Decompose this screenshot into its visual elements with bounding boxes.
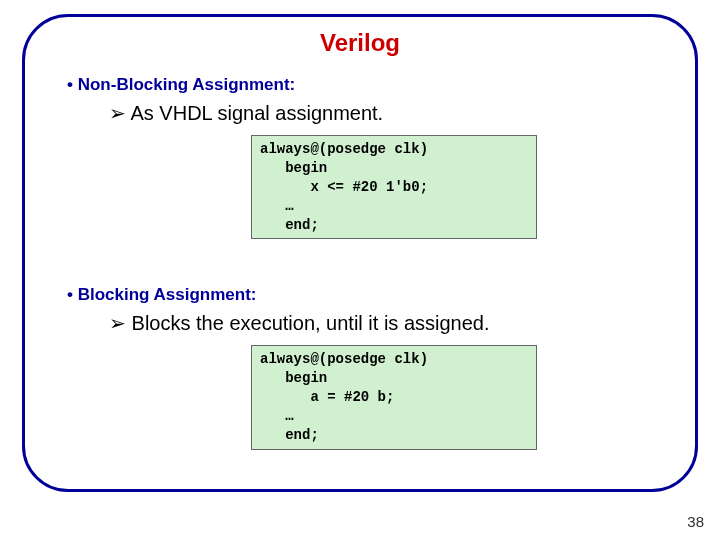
section-blocking: Blocking Assignment: Blocks the executio… (25, 285, 695, 449)
section-nonblocking: Non-Blocking Assignment: As VHDL signal … (25, 75, 695, 239)
slide-frame: Verilog Non-Blocking Assignment: As VHDL… (22, 14, 698, 492)
heading-nonblocking: Non-Blocking Assignment: (25, 75, 695, 95)
code-nonblocking: always@(posedge clk) begin x <= #20 1'b0… (251, 135, 537, 239)
code-blocking: always@(posedge clk) begin a = #20 b; … … (251, 345, 537, 449)
heading-blocking: Blocking Assignment: (25, 285, 695, 305)
sub-nonblocking: As VHDL signal assignment. (25, 101, 695, 125)
slide-title: Verilog (25, 29, 695, 57)
sub-blocking: Blocks the execution, until it is assign… (25, 311, 695, 335)
page-number: 38 (687, 513, 704, 530)
